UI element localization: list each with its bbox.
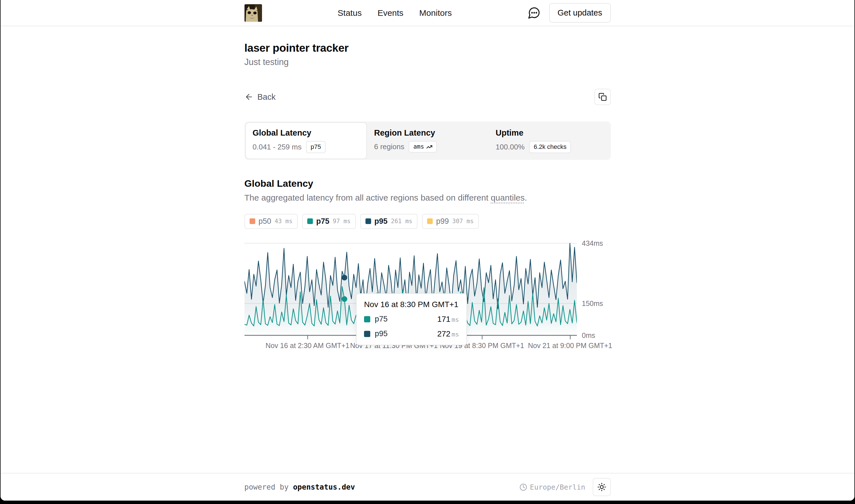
y-axis-label: 0ms bbox=[582, 331, 595, 340]
p75-swatch bbox=[307, 218, 313, 224]
nav-link-status[interactable]: Status bbox=[338, 8, 362, 18]
copy-icon bbox=[598, 93, 607, 101]
nav-link-monitors[interactable]: Monitors bbox=[419, 8, 452, 18]
cat-logo-image bbox=[245, 4, 262, 22]
summary-tabs: Global Latency 0.041 - 259 ms p75 Region… bbox=[245, 122, 611, 160]
get-updates-button[interactable]: Get updates bbox=[549, 3, 611, 23]
back-link[interactable]: Back bbox=[245, 92, 275, 102]
feedback-button[interactable] bbox=[528, 6, 541, 19]
top-nav: Status Events Monitors Get updates bbox=[1, 0, 854, 26]
tooltip-row-p75: p75 171ms bbox=[364, 315, 459, 324]
quantiles-link[interactable]: quantiles bbox=[491, 193, 524, 202]
quantile-chip[interactable]: p75 bbox=[306, 141, 326, 153]
page-footer: powered by openstatus.dev Europe/Berlin bbox=[1, 473, 854, 501]
section-description: The aggregated latency from all active r… bbox=[245, 193, 611, 202]
p95-swatch bbox=[366, 218, 371, 224]
card-value: 100.00% bbox=[496, 143, 525, 151]
clock-icon bbox=[519, 483, 527, 491]
legend-item-p50[interactable]: p50 43 ms bbox=[245, 214, 298, 229]
page-title: laser pointer tracker bbox=[245, 42, 611, 54]
x-axis-label: Nov 21 at 9:00 PM GMT+1 bbox=[528, 342, 612, 350]
y-axis-label: 434ms bbox=[582, 239, 603, 248]
sun-icon bbox=[597, 483, 606, 491]
y-axis-label: 150ms bbox=[582, 299, 603, 308]
powered-by-link[interactable]: powered by openstatus.dev bbox=[245, 483, 355, 491]
tab-uptime[interactable]: Uptime 100.00% 6.2k checks bbox=[488, 122, 610, 159]
legend-item-p95[interactable]: p95 261 ms bbox=[360, 214, 417, 229]
chart-legend: p50 43 ms p75 97 ms p95 261 ms p99 307 m… bbox=[245, 214, 611, 229]
page-subtitle: Just testing bbox=[245, 57, 611, 67]
chart-tooltip: Nov 16 at 8:30 PM GMT+1 p75 171ms p95 bbox=[356, 293, 467, 345]
timezone-display: Europe/Berlin bbox=[519, 483, 585, 491]
tooltip-p75-swatch bbox=[364, 316, 370, 322]
tab-global-latency[interactable]: Global Latency 0.041 - 259 ms p75 bbox=[245, 122, 367, 159]
message-bubble-icon bbox=[528, 6, 541, 19]
tooltip-title: Nov 16 at 8:30 PM GMT+1 bbox=[364, 300, 459, 309]
legend-item-p75[interactable]: p75 97 ms bbox=[302, 214, 356, 229]
copy-link-button[interactable] bbox=[594, 89, 611, 105]
region-chip[interactable]: ams bbox=[409, 141, 437, 152]
theme-toggle-button[interactable] bbox=[593, 478, 611, 496]
latency-chart[interactable]: 434ms150ms0ms Nov 16 at 2:30 AM GMT+1Nov… bbox=[245, 233, 611, 353]
back-label: Back bbox=[257, 92, 275, 102]
section-title: Global Latency bbox=[245, 178, 611, 189]
card-title: Global Latency bbox=[253, 128, 359, 138]
nav-link-events[interactable]: Events bbox=[378, 8, 404, 18]
checks-chip[interactable]: 6.2k checks bbox=[529, 141, 571, 153]
arrow-left-icon bbox=[245, 92, 253, 102]
site-logo[interactable] bbox=[245, 4, 262, 22]
legend-item-p99[interactable]: p99 307 ms bbox=[422, 214, 479, 229]
hover-dot-p95 bbox=[341, 275, 347, 280]
trending-up-icon bbox=[426, 144, 432, 150]
p99-swatch bbox=[427, 218, 433, 224]
status-page: Status Events Monitors Get updates la bbox=[1, 0, 854, 501]
card-title: Uptime bbox=[496, 128, 603, 138]
p50-swatch bbox=[250, 218, 255, 224]
card-value: 6 regions bbox=[374, 142, 405, 151]
tooltip-p95-swatch bbox=[364, 331, 370, 337]
x-axis-label: Nov 16 at 2:30 AM GMT+1 bbox=[266, 342, 350, 350]
tab-region-latency[interactable]: Region Latency 6 regions ams bbox=[367, 122, 488, 159]
nav-links: Status Events Monitors bbox=[262, 8, 528, 18]
hover-dot-p75 bbox=[341, 296, 347, 302]
tooltip-row-p95: p95 272ms bbox=[364, 329, 459, 339]
card-value: 0.041 - 259 ms bbox=[253, 143, 302, 151]
card-title: Region Latency bbox=[374, 128, 481, 138]
